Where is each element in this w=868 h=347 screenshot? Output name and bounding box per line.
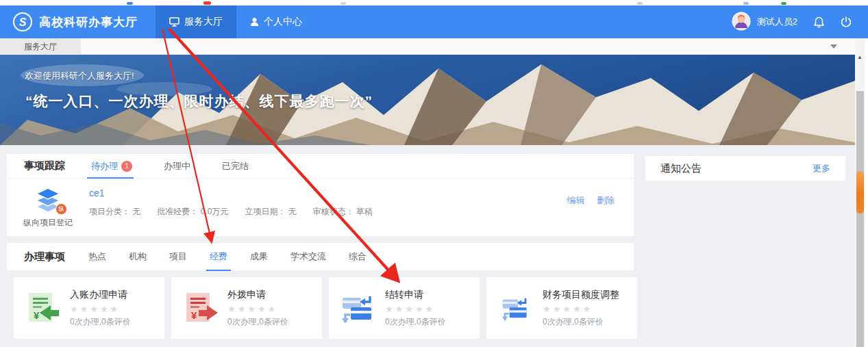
service-card-title: 入账办理申请: [70, 289, 131, 301]
tab-project[interactable]: 项目: [169, 250, 187, 263]
main-nav: 服务大厅 个人中心: [156, 5, 316, 38]
nav-item-service-hall[interactable]: 服务大厅: [156, 5, 236, 38]
bookmark-icon-fragment: [127, 2, 133, 5]
service-card-quota-adjust[interactable]: 财务项目额度调整 ★★★★★ 0次办理,0条评价: [486, 277, 637, 339]
nav-item-label: 服务大厅: [184, 16, 223, 28]
outbound-transfer-icon: ¥: [182, 292, 218, 324]
bookmark-icon-fragment: [340, 2, 346, 5]
person-icon: [250, 17, 259, 27]
bookmark-icon-fragment: [637, 2, 643, 5]
app-logo-block[interactable]: S 高校科研办事大厅: [12, 5, 138, 38]
svg-text:S: S: [19, 16, 27, 28]
tab-label: 待办理: [91, 160, 118, 172]
tab-hot[interactable]: 热点: [88, 250, 106, 263]
service-card-income-entry[interactable]: ¥ 入账办理申请 ★★★★★ 0次办理,0条评价: [14, 277, 164, 339]
tab-funding[interactable]: 经费: [210, 250, 227, 263]
item-body: ce1 项目分类： 无 批准经费： 0.0万元 立项日期： 无 审核状态： 草稿: [89, 185, 373, 229]
tracking-header: 事项跟踪 待办理 1 办理中 已完结: [7, 154, 634, 179]
category-badge: 纵: [55, 203, 67, 215]
carryover-icon: [340, 292, 375, 324]
bookmark-icon-fragment: [781, 2, 786, 5]
app-logo-icon: S: [12, 12, 33, 32]
field-label: 批准经费：: [157, 207, 198, 216]
page-tab-service-hall[interactable]: 服务大厅: [0, 38, 81, 55]
bookmark-icon-fragment: [203, 1, 211, 5]
field-label: 审核状态：: [313, 207, 354, 216]
banner-slogan-text: “统一入口、一次办理、限时办结、线下最多跑一次”: [25, 92, 373, 111]
svg-text:¥: ¥: [34, 309, 40, 321]
tab-completed[interactable]: 已完结: [222, 154, 249, 179]
field-label: 立项日期：: [245, 207, 286, 216]
nav-item-label: 个人中心: [264, 16, 302, 28]
service-card-title: 外拨申请: [227, 289, 288, 301]
rating-stars[interactable]: ★★★★★: [385, 304, 446, 314]
tab-in-progress[interactable]: 办理中: [164, 154, 190, 179]
item-category: 纵 纵向项目登记: [7, 185, 89, 229]
scroll-up-arrow-icon[interactable]: ▲: [855, 53, 865, 62]
service-card-carryover[interactable]: 结转申请 ★★★★★ 0次办理,0条评价: [329, 277, 480, 339]
field-value: 0.0万元: [201, 207, 229, 216]
rating-stars[interactable]: ★★★★★: [543, 304, 619, 314]
svg-text:¥: ¥: [191, 309, 197, 321]
nav-item-personal-center[interactable]: 个人中心: [236, 5, 316, 38]
tab-pending[interactable]: 待办理 1: [91, 154, 132, 179]
notice-panel: 通知公告 更多: [645, 156, 845, 181]
item-actions: 编辑 删除: [557, 185, 615, 229]
tracking-panel: 事项跟踪 待办理 1 办理中 已完结 纵 纵向项目登记 ce1: [7, 154, 634, 236]
bell-icon[interactable]: [814, 16, 824, 28]
top-edge-strip: [0, 0, 868, 5]
services-title: 办理事项: [24, 250, 65, 264]
scrollbar-track[interactable]: [856, 91, 864, 347]
field-label: 项目分类：: [89, 207, 130, 216]
page-tab-label: 服务大厅: [24, 41, 57, 53]
rating-stars[interactable]: ★★★★★: [227, 304, 288, 314]
user-menu[interactable]: 测试人员2: [732, 12, 797, 33]
field-value: 草稿: [356, 207, 373, 216]
tabs-dropdown-caret-icon[interactable]: [830, 44, 837, 49]
avatar: [732, 12, 751, 33]
tab-comprehensive[interactable]: 综合: [349, 250, 367, 263]
service-card-text: 结转申请 ★★★★★ 0次办理,0条评价: [385, 289, 446, 328]
service-cards-row: ¥ 入账办理申请 ★★★★★ 0次办理,0条评价 ¥ 外拨申请: [14, 277, 637, 339]
app-title: 高校科研办事大厅: [39, 14, 138, 30]
service-card-stats: 0次办理,0条评价: [70, 316, 131, 328]
category-label: 纵向项目登记: [23, 217, 73, 229]
tab-organization[interactable]: 机构: [129, 250, 147, 263]
field-value: 无: [288, 207, 297, 216]
service-card-stats: 0次办理,0条评价: [227, 316, 288, 328]
tracking-list-item[interactable]: 纵 纵向项目登记 ce1 项目分类： 无 批准经费： 0.0万元 立项日期： 无…: [7, 179, 634, 229]
service-card-text: 外拨申请 ★★★★★ 0次办理,0条评价: [227, 289, 288, 328]
rating-stars[interactable]: ★★★★★: [70, 304, 131, 314]
page-tab-strip: 服务大厅: [0, 38, 868, 55]
app-header: S 高校科研办事大厅 服务大厅 个人中心: [0, 5, 868, 38]
scrollbar-thumb[interactable]: [856, 171, 864, 214]
monitor-icon: [169, 17, 179, 27]
header-right: 测试人员2: [732, 5, 852, 38]
edit-link[interactable]: 编辑: [567, 195, 584, 205]
notice-title: 通知公告: [660, 162, 702, 175]
bookmark-icon-fragment: [743, 2, 749, 5]
tab-label: 办理中: [164, 160, 190, 172]
welcome-banner: 欢迎使用科研个人服务大厅! “统一入口、一次办理、限时办结、线下最多跑一次”: [0, 55, 855, 145]
quota-adjust-icon: [497, 294, 533, 322]
tracking-title: 事项跟踪: [24, 159, 65, 172]
delete-link[interactable]: 删除: [597, 195, 615, 205]
notice-more-link[interactable]: 更多: [813, 162, 830, 175]
banner-welcome-text: 欢迎使用科研个人服务大厅!: [25, 70, 134, 82]
item-fields: 项目分类： 无 批准经费： 0.0万元 立项日期： 无 审核状态： 草稿: [89, 206, 373, 218]
tab-academic-exchange[interactable]: 学术交流: [290, 250, 326, 263]
tab-label: 已完结: [222, 160, 249, 172]
service-card-title: 财务项目额度调整: [543, 289, 619, 301]
item-title-link[interactable]: ce1: [89, 188, 373, 198]
field-value: 无: [132, 207, 140, 216]
service-category-bar: 办理事项 热点 机构 项目 经费 成果 学术交流 综合: [7, 243, 634, 270]
service-card-stats: 0次办理,0条评价: [385, 316, 446, 328]
income-entry-icon: ¥: [25, 292, 60, 324]
service-card-outbound-transfer[interactable]: ¥ 外拨申请 ★★★★★ 0次办理,0条评价: [171, 277, 322, 339]
tab-achievement[interactable]: 成果: [250, 250, 268, 263]
service-card-stats: 0次办理,0条评价: [543, 316, 619, 328]
logout-power-icon[interactable]: [841, 16, 852, 27]
right-edge: [865, 38, 868, 347]
pending-count-badge: 1: [121, 161, 132, 172]
service-card-text: 财务项目额度调整 ★★★★★ 0次办理,0条评价: [543, 289, 619, 328]
